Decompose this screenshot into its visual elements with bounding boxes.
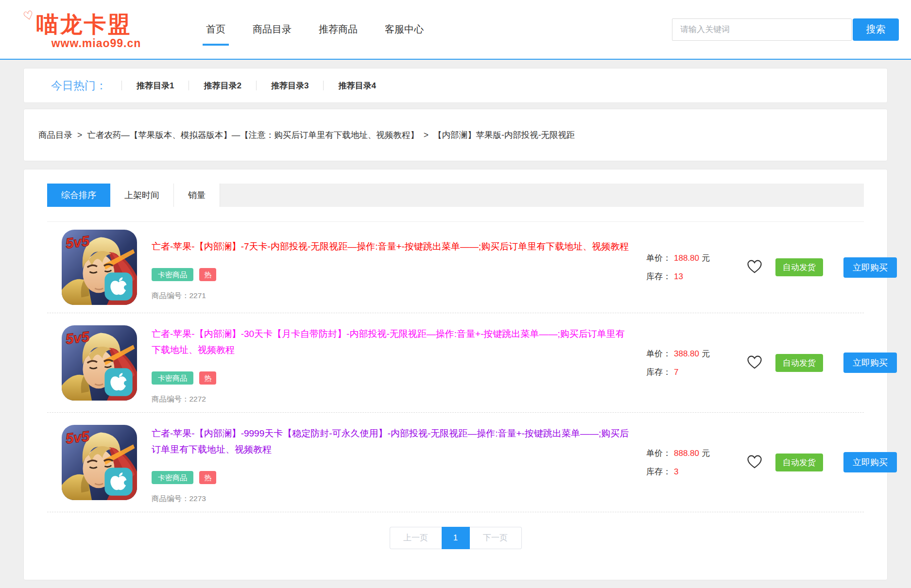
- unit-price: 单价：188.80元: [646, 252, 746, 264]
- tag-hot: 热: [199, 371, 216, 385]
- icon-5v5-badge: 5v5: [65, 328, 90, 347]
- tag-hot: 热: [199, 268, 216, 281]
- price-block: 单价：388.80元 库存：7: [646, 348, 746, 378]
- product-game-icon[interactable]: 5v5: [62, 325, 137, 401]
- product-list: 5v5 亡者-苹果-【内部澜】-7天卡-内部投视-无限视距—操作:音量+-按键跳…: [47, 221, 864, 512]
- hot-catalog-link-3[interactable]: 推荐目录3: [271, 80, 309, 91]
- divider: [256, 81, 257, 90]
- pagination-prev-button[interactable]: 上一页: [390, 527, 442, 549]
- stock-value: 7: [674, 368, 678, 377]
- divider: [323, 81, 324, 90]
- logo-url: www.miao99.cn: [23, 38, 169, 49]
- favorite-heart-icon[interactable]: [746, 259, 763, 276]
- tab-sort-comprehensive[interactable]: 综合排序: [47, 184, 110, 207]
- tag-card-product: 卡密商品: [152, 268, 193, 281]
- favorite-heart-icon[interactable]: [746, 354, 763, 371]
- tag-hot: 热: [199, 471, 216, 484]
- breadcrumb-item-current[interactable]: 【内部澜】苹果版-内部投视-无限视距: [433, 129, 575, 141]
- product-sku: 商品编号：2271: [152, 291, 630, 301]
- sort-tabs: 综合排序 上架时间 销量: [47, 184, 864, 207]
- stock: 库存：3: [646, 466, 746, 477]
- price-block: 单价：188.80元 库存：13: [646, 252, 746, 282]
- breadcrumb-separator: >: [424, 130, 429, 140]
- tag-card-product: 卡密商品: [152, 471, 193, 484]
- site-header: ♡喵龙卡盟 www.miao99.cn 首页 商品目录 推荐商品 客服中心 搜索: [0, 0, 911, 60]
- today-hot-label: 今日热门：: [51, 78, 107, 93]
- product-title[interactable]: 亡者-苹果-【内部澜】-7天卡-内部投视-无限视距—操作:音量+-按键跳出菜单—…: [152, 238, 630, 254]
- pagination-page-1[interactable]: 1: [442, 527, 470, 549]
- site-logo[interactable]: ♡喵龙卡盟 www.miao99.cn: [23, 10, 169, 49]
- stock: 库存：13: [646, 271, 746, 282]
- divider: [121, 81, 122, 90]
- product-tags: 卡密商品 热: [152, 371, 630, 385]
- product-info: 亡者-苹果-【内部澜】-9999天卡【稳定防封-可永久使用】-内部投视-无限视距…: [152, 420, 630, 504]
- breadcrumb: 商品目录 > 亡者农药—【苹果版本、模拟器版本】—【注意：购买后订单里有下载地址…: [23, 109, 888, 161]
- product-game-icon[interactable]: 5v5: [62, 230, 137, 305]
- product-row: 5v5 亡者-苹果-【内部澜】-9999天卡【稳定防封-可永久使用】-内部投视-…: [47, 413, 864, 512]
- search-button[interactable]: 搜索: [853, 18, 899, 41]
- buy-now-button[interactable]: 立即购买: [843, 353, 897, 373]
- buy-now-button[interactable]: 立即购买: [843, 452, 897, 472]
- product-sku: 商品编号：2272: [152, 394, 630, 404]
- stock: 库存：7: [646, 367, 746, 378]
- stock-value: 3: [674, 467, 678, 476]
- product-row: 5v5 亡者-苹果-【内部澜】-7天卡-内部投视-无限视距—操作:音量+-按键跳…: [47, 222, 864, 313]
- today-hot-bar: 今日热门： 推荐目录1 推荐目录2 推荐目录3 推荐目录4: [23, 68, 888, 103]
- pagination-next-button[interactable]: 下一页: [470, 527, 522, 549]
- unit-price: 单价：388.80元: [646, 348, 746, 359]
- nav-item-home[interactable]: 首页: [206, 0, 225, 59]
- auto-ship-badge: 自动发货: [775, 354, 823, 372]
- product-tags: 卡密商品 热: [152, 268, 630, 281]
- divider: [189, 81, 189, 90]
- hot-catalog-link-1[interactable]: 推荐目录1: [137, 80, 174, 91]
- tab-sort-sales[interactable]: 销量: [174, 184, 220, 207]
- auto-ship-badge: 自动发货: [775, 258, 823, 276]
- breadcrumb-separator: >: [77, 130, 82, 140]
- icon-5v5-badge: 5v5: [65, 427, 90, 446]
- product-info: 亡者-苹果-【内部澜】-30天卡【月卡自带防封】-内部投视-无限视距—操作:音量…: [152, 321, 630, 404]
- product-title[interactable]: 亡者-苹果-【内部澜】-9999天卡【稳定防封-可永久使用】-内部投视-无限视距…: [152, 425, 630, 457]
- search-bar: 搜索: [672, 18, 899, 41]
- stock-value: 13: [674, 272, 683, 281]
- heart-icon: ♡: [22, 8, 36, 22]
- price-block: 单价：888.80元 库存：3: [646, 448, 746, 477]
- nav-item-recommended[interactable]: 推荐商品: [319, 0, 358, 59]
- unit-price: 单价：888.80元: [646, 448, 746, 459]
- product-title[interactable]: 亡者-苹果-【内部澜】-30天卡【月卡自带防封】-内部投视-无限视距—操作:音量…: [152, 326, 630, 358]
- nav-item-catalog[interactable]: 商品目录: [253, 0, 292, 59]
- product-row: 5v5 亡者-苹果-【内部澜】-30天卡【月卡自带防封】-内部投视-无限视距—操…: [47, 313, 864, 413]
- nav-item-support[interactable]: 客服中心: [385, 0, 424, 59]
- product-sku-value: 2272: [189, 395, 206, 403]
- price-value: 388.80: [674, 349, 699, 358]
- tag-card-product: 卡密商品: [152, 371, 193, 385]
- product-list-panel: 综合排序 上架时间 销量: [23, 169, 888, 580]
- favorite-heart-icon[interactable]: [746, 454, 763, 470]
- pagination: 上一页 1 下一页: [47, 527, 864, 549]
- product-game-icon[interactable]: 5v5: [62, 425, 137, 500]
- main-nav: 首页 商品目录 推荐商品 客服中心: [192, 0, 437, 59]
- search-input[interactable]: [672, 18, 852, 41]
- product-sku-value: 2273: [189, 494, 206, 503]
- product-sku: 商品编号：2273: [152, 494, 630, 504]
- buy-now-button[interactable]: 立即购买: [843, 257, 897, 278]
- price-value: 888.80: [674, 449, 699, 458]
- product-tags: 卡密商品 热: [152, 471, 630, 484]
- logo-title: ♡喵龙卡盟: [23, 10, 169, 35]
- auto-ship-badge: 自动发货: [775, 454, 823, 471]
- product-info: 亡者-苹果-【内部澜】-7天卡-内部投视-无限视距—操作:音量+-按键跳出菜单—…: [152, 234, 630, 301]
- hot-catalog-link-4[interactable]: 推荐目录4: [338, 80, 376, 91]
- breadcrumb-item-catalog[interactable]: 商品目录: [38, 129, 72, 141]
- breadcrumb-item-category[interactable]: 亡者农药—【苹果版本、模拟器版本】—【注意：购买后订单里有下载地址、视频教程】: [87, 129, 419, 141]
- product-sku-value: 2271: [189, 291, 206, 300]
- hot-catalog-link-2[interactable]: 推荐目录2: [204, 80, 241, 91]
- price-value: 188.80: [674, 253, 699, 263]
- tab-sort-listing-time[interactable]: 上架时间: [110, 184, 174, 207]
- icon-5v5-badge: 5v5: [65, 233, 90, 252]
